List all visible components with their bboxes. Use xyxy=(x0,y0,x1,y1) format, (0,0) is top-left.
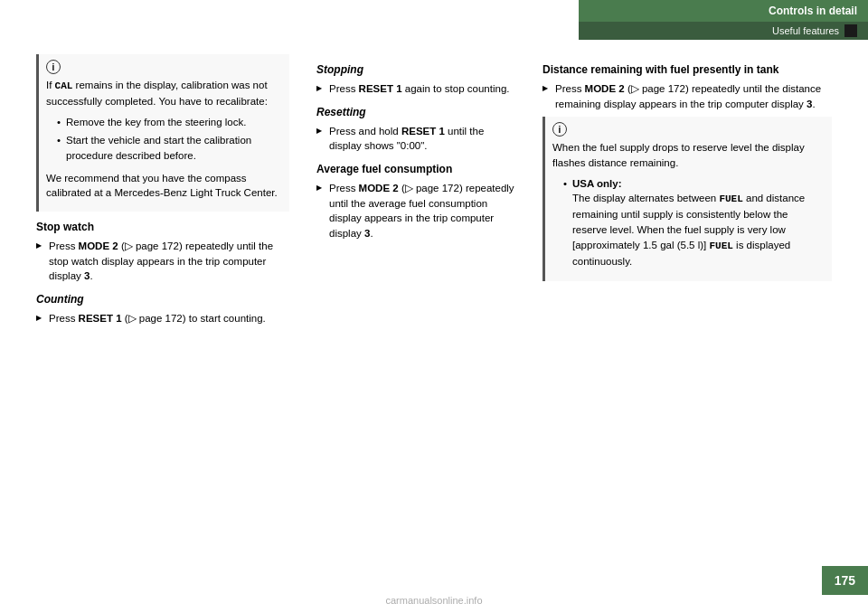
reserve-info-box: i When the fuel supply drops to reserve … xyxy=(542,117,832,281)
usa-heading: USA only: xyxy=(572,178,622,189)
stop-watch-heading: Stop watch xyxy=(36,221,289,233)
mode-num: 2 xyxy=(112,240,118,251)
useful-features-text: Useful features xyxy=(772,25,839,36)
recommend-text: We recommend that you have the compass c… xyxy=(46,171,282,201)
calibration-bullets: Remove the key from the steering lock. S… xyxy=(57,115,282,164)
useful-features-bar: Useful features xyxy=(579,22,868,40)
calibration-info-box: i If CAL remains in the display, calibra… xyxy=(36,54,289,212)
stopping-arrow: Press RESET 1 again to stop counting. xyxy=(316,81,515,97)
reserve-info-icon: i xyxy=(552,122,567,137)
avg-fuel-heading: Average fuel consumption xyxy=(316,163,515,175)
stop-watch-arrow: Press MODE 2 (▷ page 172) repeatedly unt… xyxy=(36,239,289,284)
fuel-code-1: FUEL xyxy=(719,193,742,204)
bullet-item: Remove the key from the steering lock. xyxy=(57,115,282,130)
reserve-info-text: When the fuel supply drops to reserve le… xyxy=(552,140,825,170)
distance-heading: Distance remaining with fuel presently i… xyxy=(542,63,832,76)
cal-code: CAL xyxy=(55,80,73,91)
resetting-arrow: Press and hold RESET 1 until the display… xyxy=(316,124,515,154)
fuel-code-2: FUEL xyxy=(710,240,733,251)
calibration-info-text: If CAL remains in the display, calibrati… xyxy=(46,78,282,109)
page-number-text: 175 xyxy=(835,573,855,588)
section-square-icon xyxy=(844,24,857,37)
page-number: 175 xyxy=(822,566,868,595)
resetting-heading: Resetting xyxy=(316,106,515,118)
counting-heading: Counting xyxy=(36,293,289,306)
middle-section: Stopping Press RESET 1 again to stop cou… xyxy=(316,54,515,559)
usa-only-item: USA only: The display alternates between… xyxy=(563,176,825,269)
controls-detail-label: Controls in detail xyxy=(579,0,868,22)
avg-fuel-arrow: Press MODE 2 (▷ page 172) repeatedly unt… xyxy=(316,181,515,241)
watermark: carmanualsonline.info xyxy=(385,595,482,606)
bullet-item: Start the vehicle and start the calibrat… xyxy=(57,133,282,163)
stopping-heading: Stopping xyxy=(316,63,515,76)
distance-arrow: Press MODE 2 (▷ page 172) repeatedly unt… xyxy=(542,81,832,111)
content-area: i If CAL remains in the display, calibra… xyxy=(36,54,832,559)
usa-bullet: USA only: The display alternates between… xyxy=(563,176,825,269)
left-column: i If CAL remains in the display, calibra… xyxy=(36,54,289,559)
counting-arrow: Press RESET 1 (▷ page 172) to start coun… xyxy=(36,311,289,326)
right-section: Distance remaining with fuel presently i… xyxy=(542,54,832,559)
reset-label: RESET xyxy=(79,313,113,324)
info-icon: i xyxy=(46,60,61,74)
mode-label: MODE xyxy=(79,240,110,251)
header-bar: Controls in detail Useful features xyxy=(579,0,868,40)
controls-detail-text: Controls in detail xyxy=(769,5,857,17)
